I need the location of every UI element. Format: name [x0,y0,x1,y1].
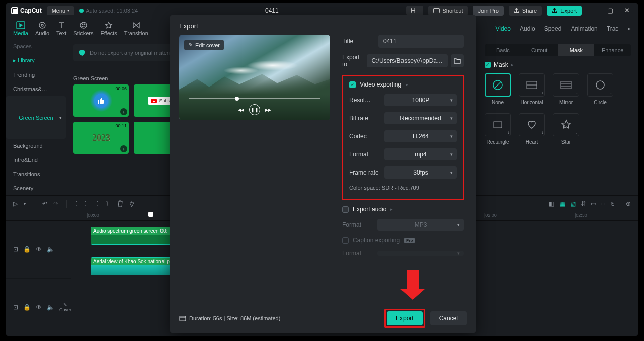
next-icon[interactable]: ▸▸ [265,106,271,113]
share-button[interactable]: Share [509,6,542,16]
pointer-tool-icon[interactable]: ▷ [13,200,18,207]
marker-icon[interactable] [129,200,134,207]
mask-horizontal[interactable]: ↓ [519,73,545,97]
pencil-icon: ✎ [188,42,193,48]
export-title-input[interactable] [378,35,464,48]
tab-tracking[interactable]: Trac [607,25,619,32]
export-dialog: Export ✎Edit cover ◂◂ ❚❚ ▸▸ Title Export… [170,15,476,333]
trim-right-icon[interactable]: 〕 [105,200,111,208]
delete-icon[interactable] [117,200,123,207]
tab-video[interactable]: Video [495,25,510,32]
maximize-button[interactable]: ▢ [604,6,616,15]
codec-select[interactable]: H.264 [384,130,457,142]
lock-icon[interactable]: 🔒 [23,246,31,253]
tab-animation[interactable]: Animation [571,25,597,32]
export-confirm-button[interactable]: Export [387,311,423,325]
subtab-mask[interactable]: Mask [558,44,595,56]
undo-icon[interactable]: ↶ [42,200,47,207]
ribbon-audio[interactable]: Audio [35,21,49,36]
ribbon-media[interactable]: Media [13,21,28,36]
tabs-overflow[interactable]: » [627,25,631,32]
sidebar-christmas[interactable]: Christmas&… [6,82,66,96]
project-title: 0411 [143,7,400,14]
format-select[interactable]: mp4 [384,148,457,160]
svg-point-9 [82,24,83,25]
svg-rect-3 [433,8,439,13]
export-preview: ✎Edit cover ◂◂ ❚❚ ▸▸ [179,35,330,120]
play-pause-icon[interactable]: ❚❚ [249,104,260,115]
export-button-top[interactable]: Export [547,6,582,16]
tl-tool-icon[interactable]: ▧ [570,200,576,207]
pencil-icon[interactable]: ✎ [63,302,67,307]
video-exporting-checkbox[interactable]: ✓Video exporting▸ [349,81,457,88]
subtab-cutout[interactable]: Cutout [521,44,558,56]
subtab-enhance[interactable]: Enhance [594,44,631,56]
sidebar-green-screen[interactable]: Green Screen [6,96,66,139]
mask-star[interactable]: ↓ [553,113,579,136]
preview-seek[interactable] [189,98,320,99]
media-thumb[interactable]: 00:06 ↓ [73,84,129,117]
mask-rectangle[interactable]: ↓ [485,113,511,136]
tl-tool-icon[interactable]: 🖱 [610,200,616,207]
ribbon-transition[interactable]: Transition [124,21,148,36]
eye-icon[interactable]: 👁 [36,246,42,253]
sidebar-intro-end[interactable]: Intro&End [6,153,66,167]
prev-icon[interactable]: ◂◂ [238,106,244,113]
tl-tool-icon[interactable]: ▭ [591,200,596,207]
shortcut-button[interactable]: Shortcut [428,6,468,16]
lock-icon[interactable]: 🔒 [23,304,31,311]
close-button[interactable]: ✕ [621,6,633,15]
snap-icon[interactable]: ⊡ [13,304,18,311]
browse-folder-button[interactable] [451,54,464,67]
media-thumb[interactable]: 00:11 2023 ↓ [73,122,129,154]
zoom-timeline-icon[interactable]: ⊕ [626,200,631,207]
mask-toggle[interactable]: ✓Mask▸ [485,61,631,68]
resolution-select[interactable]: 1080P [384,94,457,106]
cancel-button[interactable]: Cancel [430,311,467,325]
tl-tool-icon[interactable]: ◧ [549,200,554,207]
tl-tool-icon[interactable]: ⇵ [581,200,586,207]
split-icon[interactable]: 〕〔 [75,200,87,208]
ribbon-stickers[interactable]: Stickers [73,21,93,36]
download-icon[interactable]: ↓ [120,145,127,152]
mask-heart[interactable]: ↓ [519,113,545,136]
mute-icon[interactable]: 🔈 [47,246,54,253]
svg-rect-20 [180,316,186,321]
track-controls: ⊡ 🔒 👁 🔈 ✎Cover [6,278,71,336]
minimize-button[interactable]: — [587,6,599,15]
mask-none[interactable] [485,73,511,97]
join-pro-button[interactable]: Join Pro [473,6,503,16]
edit-cover-button[interactable]: ✎Edit cover [184,40,224,50]
tab-speed[interactable]: Speed [544,25,562,32]
mute-icon[interactable]: 🔈 [47,304,54,311]
menu-button[interactable]: Menu ▾ [47,6,75,15]
sidebar-scenery[interactable]: Scenery [6,181,66,195]
framerate-select[interactable]: 30fps [384,166,457,179]
eye-icon[interactable]: 👁 [36,304,42,311]
ribbon-effects[interactable]: Effects [100,21,117,36]
caption-format-select [377,251,464,256]
snap-icon[interactable]: ⊡ [13,246,18,253]
export-dialog-title: Export [170,15,476,35]
sidebar-spaces[interactable]: Spaces [6,39,66,53]
bitrate-select[interactable]: Recommended [384,112,457,124]
mask-mirror[interactable]: ↓ [553,73,579,97]
caption-exporting-checkbox[interactable]: Caption exportingPro [342,237,464,244]
annotation-arrow [400,270,425,299]
sidebar-trending[interactable]: Trending [6,68,66,82]
tab-audio[interactable]: Audio [520,25,535,32]
layout-button[interactable] [406,6,423,15]
mask-circle[interactable]: ↓ [587,73,613,97]
export-audio-checkbox[interactable]: Export audio▸ [342,206,464,213]
subtab-basic[interactable]: Basic [485,44,521,56]
svg-line-12 [495,82,501,88]
redo-icon[interactable]: ↷ [53,200,58,207]
sidebar-background[interactable]: Background [6,139,66,153]
sidebar-transitions[interactable]: Transitions [6,167,66,181]
tl-tool-icon[interactable]: ▦ [559,200,565,207]
ribbon-text[interactable]: Text [56,21,66,36]
sidebar-library[interactable]: ▸ Library [6,53,66,68]
download-icon[interactable]: ↓ [120,108,127,115]
trim-left-icon[interactable]: 〔 [93,200,99,208]
tl-tool-icon[interactable]: ○ [601,200,605,207]
